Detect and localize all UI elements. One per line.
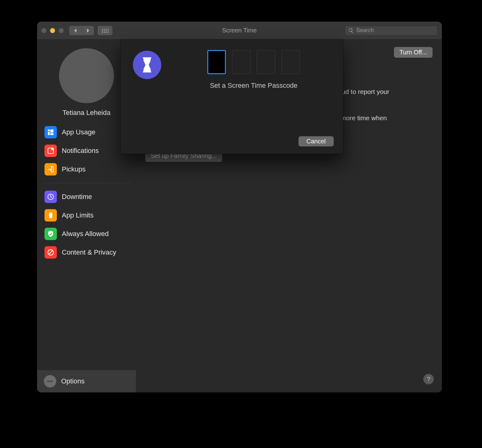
options-icon — [44, 375, 56, 387]
sidebar-item-always-allowed[interactable]: Always Allowed — [43, 225, 130, 243]
svg-point-0 — [102, 29, 103, 30]
svg-point-11 — [108, 32, 108, 33]
svg-point-5 — [104, 30, 105, 31]
zoom-window-icon[interactable] — [59, 28, 64, 33]
svg-point-7 — [108, 30, 108, 31]
sidebar-item-notifications[interactable]: Notifications — [43, 142, 130, 160]
passcode-input-row — [207, 50, 300, 74]
minimize-window-icon[interactable] — [50, 28, 55, 33]
sidebar-item-app-limits[interactable]: App Limits — [43, 206, 130, 225]
sidebar-item-label: Content & Privacy — [62, 248, 116, 256]
preferences-window: Screen Time Tetiana Leheida — [37, 22, 442, 392]
search-input[interactable] — [356, 27, 434, 34]
svg-point-1 — [104, 29, 105, 30]
screen-time-icon — [133, 51, 161, 79]
downtime-icon — [44, 191, 57, 203]
sidebar-item-app-usage[interactable]: App Usage — [43, 123, 130, 142]
svg-point-4 — [102, 30, 103, 31]
sidebar-item-downtime[interactable]: Downtime — [43, 188, 130, 206]
user-name: Tetiana Leheida — [62, 109, 110, 117]
passcode-digit-4[interactable] — [281, 50, 300, 74]
svg-point-6 — [106, 30, 107, 31]
app-usage-icon — [44, 126, 57, 138]
always-allowed-icon — [44, 228, 57, 240]
close-window-icon[interactable] — [41, 28, 46, 33]
svg-point-8 — [102, 32, 103, 33]
help-button[interactable]: ? — [423, 374, 434, 384]
passcode-digit-1[interactable] — [207, 50, 226, 74]
turn-off-button[interactable]: Turn Off... — [394, 47, 433, 58]
search-field[interactable] — [345, 26, 438, 36]
back-button[interactable] — [69, 26, 82, 35]
passcode-digit-2[interactable] — [232, 50, 251, 74]
user-avatar — [59, 48, 114, 103]
nav-buttons — [69, 26, 94, 35]
svg-point-16 — [47, 381, 49, 382]
traffic-lights — [41, 28, 64, 33]
content-privacy-icon — [44, 246, 57, 259]
svg-point-18 — [51, 381, 53, 382]
app-limits-icon — [44, 209, 57, 222]
notifications-icon — [44, 145, 57, 157]
show-all-button[interactable] — [98, 26, 112, 35]
svg-point-3 — [108, 29, 108, 30]
sidebar-item-label: App Usage — [62, 128, 95, 136]
svg-point-2 — [106, 29, 107, 30]
sidebar-divider — [43, 183, 130, 183]
sidebar-item-pickups[interactable]: Pickups — [43, 160, 130, 179]
svg-point-17 — [49, 381, 51, 382]
sidebar-item-label: Always Allowed — [62, 230, 109, 238]
svg-point-13 — [51, 148, 54, 150]
pickups-icon — [44, 163, 57, 175]
passcode-digit-3[interactable] — [257, 50, 275, 74]
titlebar: Screen Time — [37, 22, 442, 40]
passcode-caption: Set a Screen Time Passcode — [210, 82, 298, 90]
sidebar-item-label: Downtime — [62, 193, 92, 201]
passcode-sheet: Set a Screen Time Passcode Cancel — [120, 40, 343, 154]
svg-point-10 — [106, 32, 107, 33]
sidebar-item-content-privacy[interactable]: Content & Privacy — [43, 243, 130, 262]
sidebar-item-label: Notifications — [62, 147, 99, 155]
cancel-button[interactable]: Cancel — [298, 136, 334, 146]
forward-button[interactable] — [82, 26, 94, 35]
sidebar-item-label: Pickups — [62, 165, 86, 173]
sidebar-item-label: Options — [61, 377, 85, 385]
sidebar-item-options[interactable]: Options — [37, 370, 136, 392]
sidebar-item-label: App Limits — [62, 211, 94, 219]
svg-point-9 — [104, 32, 105, 33]
